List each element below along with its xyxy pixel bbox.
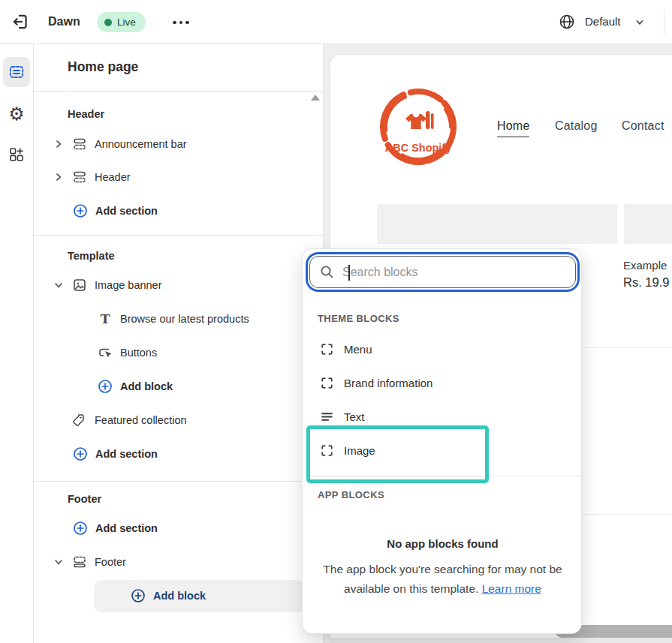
theme-name: Dawn [48,0,80,44]
block-icon [320,342,334,356]
add-section-label: Add section [95,200,158,221]
rail-item-sections[interactable] [3,57,30,87]
section-row-header[interactable]: Header [33,167,322,188]
product-price: Rs. 19.9 [623,275,669,290]
settings-gear-icon: ⚙ [8,105,25,123]
add-section-button-template[interactable]: Add section [33,443,322,464]
product-title: Example [623,259,667,272]
block-row-heading[interactable]: T Browse our latest products [33,308,322,329]
section-row-image-banner[interactable]: Image banner [33,275,322,296]
top-bar: Dawn Live Default [0,0,672,44]
dot-icon [179,21,183,25]
theme-blocks-heading: THEME BLOCKS [318,313,399,324]
rail-item-theme-settings[interactable]: ⚙ [3,99,30,129]
nav-link-contact[interactable]: Contact [622,119,664,133]
group-label-template: Template [68,245,115,266]
divider [33,481,323,482]
section-row-featured-collection[interactable]: Featured collection [33,410,322,431]
add-block-label: Add block [120,376,173,397]
block-option-image[interactable]: Image [303,434,583,467]
more-actions-button[interactable] [167,14,195,31]
learn-more-link[interactable]: Learn more [482,582,541,595]
plus-circle-icon [131,588,146,603]
add-section-button-header[interactable]: Add section [33,200,322,221]
image-placeholder [377,204,617,244]
app-blocks-heading: APP BLOCKS [318,489,384,500]
live-label: Live [117,17,136,28]
horizontal-scrollbar-track [330,638,672,643]
block-option-label: Brand information [344,366,432,400]
plus-circle-icon [98,379,113,394]
divider [33,235,323,236]
section-row-footer[interactable]: Footer [33,551,322,572]
chevron-right-icon[interactable] [53,139,64,149]
plus-circle-icon [73,203,88,218]
section-row-announcement-bar[interactable]: Announcement bar [33,134,322,155]
exit-icon [11,12,30,32]
add-block-popup: THEME BLOCKS Menu Brand information [302,248,582,634]
block-option-text[interactable]: Text [303,400,583,434]
block-row-label: Buttons [120,342,157,363]
section-row-label: Footer [95,551,126,572]
dot-icon [185,21,189,25]
add-section-label: Add section [95,518,158,539]
block-row-label: Browse our latest products [120,308,249,329]
store-logo[interactable]: ABC Shopify [372,84,465,177]
section-row-label: Image banner [95,275,161,296]
section-row-label: Announcement bar [95,134,187,155]
left-icon-rail: ⚙ [0,44,34,643]
block-option-brand-information[interactable]: Brand information [303,366,583,400]
sections-icon [8,64,25,80]
block-option-label: Image [344,434,375,467]
text-caret [348,265,350,281]
add-block-label: Add block [153,580,206,612]
rail-item-apps[interactable] [3,140,30,170]
chevron-right-icon[interactable] [53,172,64,182]
text-lines-icon [320,410,334,424]
page-title: Home page [68,59,138,75]
chevron-down-icon[interactable] [634,17,645,28]
add-block-button-footer-pressed[interactable]: Add block [94,580,304,612]
globe-icon [559,14,575,30]
block-option-menu[interactable]: Menu [303,332,583,366]
tag-icon [71,413,86,428]
group-label-footer: Footer [68,488,101,509]
search-blocks-input[interactable] [341,265,575,280]
live-dot-icon [104,19,112,26]
section-icon [72,137,87,152]
chevron-down-icon[interactable] [53,557,64,567]
apps-icon [8,146,25,163]
dot-icon [173,21,176,25]
sections-panel: Home page Header Announcement bar [33,44,324,643]
text-t-icon: T [98,309,113,329]
chevron-down-icon[interactable] [53,280,64,290]
divider [303,476,581,476]
block-row-buttons[interactable]: Buttons [33,342,322,363]
scroll-up-arrow[interactable] [311,95,320,101]
group-label-header: Header [68,104,104,125]
exit-editor-button[interactable] [9,11,32,33]
search-blocks-field[interactable] [309,256,576,288]
search-icon [320,265,334,279]
block-option-label: Text [344,400,365,434]
nav-link-home[interactable]: Home [497,119,529,137]
block-icon [320,376,334,390]
logo-text: ABC Shopify [385,142,452,154]
divider [664,9,664,35]
language-selector-label[interactable]: Default [585,0,621,44]
footer-icon [72,554,87,569]
add-block-button-banner[interactable]: Add block [33,376,322,397]
block-icon [320,443,334,458]
no-app-blocks-title: No app blocks found [303,537,583,550]
add-section-button-footer[interactable]: Add section [33,518,322,539]
image-placeholder [624,204,672,244]
live-status-badge: Live [97,12,146,32]
nav-link-catalog[interactable]: Catalog [555,119,598,133]
theme-editor-screen: Dawn Live Default [0,0,672,643]
section-icon [72,170,87,185]
plus-circle-icon [73,521,88,536]
no-app-blocks-message: The app block you're searching for may n… [318,560,567,598]
buttons-icon [98,345,113,360]
section-row-label: Header [95,167,131,188]
block-option-label: Menu [344,332,372,366]
